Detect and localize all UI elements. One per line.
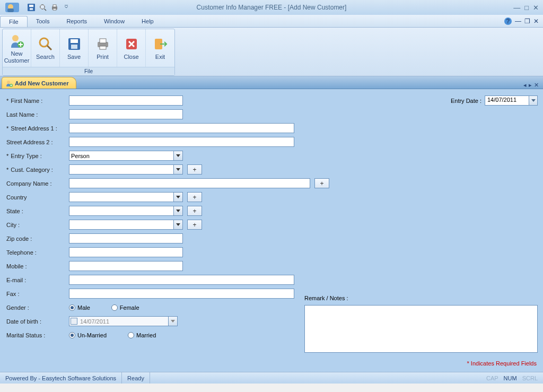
dob-dropdown-icon[interactable] <box>168 317 177 326</box>
fax-input[interactable] <box>69 289 294 299</box>
menu-help[interactable]: Help <box>133 16 162 27</box>
email-input[interactable] <box>69 275 294 285</box>
mdi-restore-button[interactable]: ❐ <box>524 18 530 25</box>
qat-print-icon[interactable] <box>50 3 59 12</box>
entry-type-combo[interactable] <box>69 151 183 161</box>
exit-button[interactable]: Exit <box>146 29 174 67</box>
title-bar: Customer Info Manager FREE - [Add New Cu… <box>0 0 543 15</box>
svg-rect-4 <box>29 5 33 7</box>
svg-rect-11 <box>53 8 56 10</box>
tab-close-icon[interactable]: ✕ <box>534 82 539 89</box>
entry-date-field[interactable]: 14/07/2011 <box>485 95 538 106</box>
qat-customize-dropdown[interactable] <box>62 3 71 12</box>
qat-print-preview-icon[interactable] <box>38 3 48 12</box>
add-country-button[interactable]: + <box>187 192 202 202</box>
street1-label: * Street Address 1 : <box>5 125 69 132</box>
mdi-minimize-button[interactable]: — <box>515 18 521 25</box>
first-name-input[interactable] <box>69 95 183 106</box>
tab-prev-icon[interactable]: ◂ <box>523 82 527 89</box>
radio-icon <box>69 332 75 338</box>
entry-type-dropdown-icon[interactable] <box>173 151 182 160</box>
dob-enable-checkbox[interactable] <box>71 318 77 325</box>
fax-label: Fax : <box>5 291 69 297</box>
remark-block: Remark / Notes : <box>304 295 538 354</box>
required-fields-note: * Indicates Required Fields <box>467 360 537 367</box>
gender-female-radio[interactable]: Female <box>111 304 139 311</box>
add-company-button[interactable]: + <box>314 178 329 188</box>
save-button[interactable]: Save <box>60 29 89 67</box>
tab-label: Add New Customer <box>15 80 68 86</box>
country-dropdown-icon[interactable] <box>173 193 182 202</box>
search-icon <box>37 36 54 53</box>
gender-male-radio[interactable]: Male <box>69 304 90 311</box>
street2-input[interactable] <box>69 137 294 147</box>
state-label: State : <box>5 208 69 214</box>
city-dropdown-icon[interactable] <box>173 220 182 229</box>
app-logo <box>2 0 23 15</box>
print-label: Print <box>97 54 109 60</box>
tab-add-new-customer[interactable]: Add New Customer <box>2 77 76 89</box>
save-icon <box>66 36 83 53</box>
quick-access-toolbar <box>27 3 71 12</box>
state-dropdown-icon[interactable] <box>173 206 182 215</box>
status-cap: CAP <box>486 375 498 381</box>
street1-input[interactable] <box>69 123 294 133</box>
maximize-button[interactable]: □ <box>524 4 529 12</box>
ribbon-group-label: File <box>3 67 174 75</box>
menu-window[interactable]: Window <box>95 16 133 27</box>
mdi-close-button[interactable]: ✕ <box>533 18 539 25</box>
help-icon[interactable]: ? <box>504 18 512 25</box>
marital-label: Marital Status : <box>5 332 69 338</box>
svg-point-15 <box>40 38 48 47</box>
menu-reports[interactable]: Reports <box>58 16 95 27</box>
first-name-label: * First Name : <box>5 98 69 104</box>
marital-unmarried-radio[interactable]: Un-Married <box>69 332 107 338</box>
add-customer-tab-icon <box>5 80 13 87</box>
zip-input[interactable] <box>69 233 183 243</box>
remark-textarea[interactable] <box>304 305 538 353</box>
entry-date-block: Entry Date : 14/07/2011 <box>451 95 538 106</box>
state-combo[interactable] <box>69 206 183 216</box>
svg-point-13 <box>12 35 19 41</box>
city-combo[interactable] <box>69 220 183 230</box>
radio-icon <box>128 332 134 338</box>
svg-rect-2 <box>7 8 14 12</box>
minimize-button[interactable]: — <box>513 4 520 12</box>
mobile-label: Mobile : <box>5 263 69 269</box>
cust-category-dropdown-icon[interactable] <box>173 165 182 174</box>
entry-date-dropdown-icon[interactable] <box>529 96 537 105</box>
svg-rect-18 <box>71 39 78 43</box>
mobile-input[interactable] <box>69 261 183 271</box>
ribbon-group-file: New Customer Search Save Print Close Exi… <box>2 29 175 76</box>
zip-label: Zip code : <box>5 236 69 242</box>
close-window-button[interactable]: ✕ <box>533 4 539 12</box>
company-name-input[interactable] <box>69 178 310 188</box>
new-customer-button[interactable]: New Customer <box>3 29 31 67</box>
form-panel: Entry Date : 14/07/2011 * First Name : L… <box>0 89 543 372</box>
city-label: City : <box>5 222 69 228</box>
new-customer-label: New Customer <box>3 50 31 63</box>
search-button[interactable]: Search <box>31 29 60 67</box>
cust-category-combo[interactable] <box>69 164 183 175</box>
add-state-button[interactable]: + <box>187 206 202 216</box>
country-combo[interactable] <box>69 192 183 202</box>
telephone-input[interactable] <box>69 247 183 257</box>
last-name-input[interactable] <box>69 109 183 119</box>
dob-label: Date of birth : <box>5 318 69 325</box>
company-name-label: Company Name : <box>5 180 69 187</box>
marital-married-radio[interactable]: Married <box>128 332 156 338</box>
print-button[interactable]: Print <box>89 29 117 67</box>
add-city-button[interactable]: + <box>187 220 202 230</box>
tab-next-icon[interactable]: ▸ <box>529 82 532 89</box>
menu-tools[interactable]: Tools <box>28 16 58 27</box>
add-category-button[interactable]: + <box>187 164 202 175</box>
qat-save-icon[interactable] <box>27 3 36 12</box>
last-name-label: Last Name : <box>5 111 69 118</box>
menu-file[interactable]: File <box>0 16 28 27</box>
status-powered-by: Powered By - Easytech Software Solutions <box>0 372 122 384</box>
dob-field[interactable] <box>69 316 178 326</box>
radio-icon <box>111 304 118 311</box>
entry-date-value: 14/07/2011 <box>487 97 516 103</box>
svg-rect-19 <box>71 45 77 49</box>
close-button[interactable]: Close <box>117 29 146 67</box>
